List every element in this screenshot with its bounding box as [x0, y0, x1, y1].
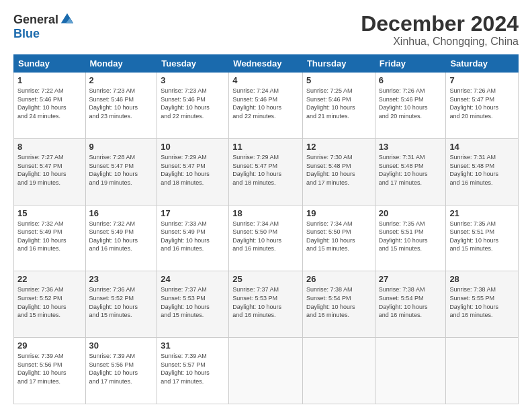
calendar-cell: 3Sunrise: 7:23 AM Sunset: 5:46 PM Daylig… [157, 73, 229, 139]
calendar-cell: 14Sunrise: 7:31 AM Sunset: 5:48 PM Dayli… [446, 138, 519, 205]
day-info: Sunrise: 7:31 AM Sunset: 5:48 PM Dayligh… [379, 153, 443, 187]
day-info: Sunrise: 7:34 AM Sunset: 5:50 PM Dayligh… [232, 220, 299, 253]
day-info: Sunrise: 7:39 AM Sunset: 5:57 PM Dayligh… [161, 352, 225, 385]
day-info: Sunrise: 7:37 AM Sunset: 5:53 PM Dayligh… [232, 285, 299, 319]
day-number: 29 [17, 340, 82, 351]
calendar-cell: 19Sunrise: 7:34 AM Sunset: 5:50 PM Dayli… [302, 205, 375, 271]
day-info: Sunrise: 7:30 AM Sunset: 5:48 PM Dayligh… [306, 153, 371, 187]
calendar-cell: 4Sunrise: 7:24 AM Sunset: 5:46 PM Daylig… [229, 73, 303, 139]
day-number: 15 [17, 208, 82, 218]
calendar-cell: 15Sunrise: 7:32 AM Sunset: 5:49 PM Dayli… [14, 205, 86, 271]
calendar-cell: 5Sunrise: 7:25 AM Sunset: 5:46 PM Daylig… [302, 73, 375, 139]
calendar-cell: 20Sunrise: 7:35 AM Sunset: 5:51 PM Dayli… [375, 205, 446, 271]
col-monday: Monday [85, 55, 157, 73]
logo-icon [60, 12, 75, 27]
day-number: 14 [449, 142, 515, 152]
day-number: 30 [89, 340, 154, 351]
calendar-cell [302, 338, 375, 404]
logo: General Blue [13, 12, 75, 41]
col-sunday: Sunday [14, 55, 86, 73]
col-friday: Friday [375, 55, 446, 73]
day-info: Sunrise: 7:27 AM Sunset: 5:47 PM Dayligh… [17, 153, 82, 187]
day-number: 21 [449, 208, 515, 218]
day-number: 12 [306, 142, 371, 152]
day-number: 2 [89, 75, 154, 85]
day-info: Sunrise: 7:26 AM Sunset: 5:46 PM Dayligh… [379, 87, 443, 120]
calendar-cell: 9Sunrise: 7:28 AM Sunset: 5:47 PM Daylig… [85, 138, 157, 205]
calendar-week-row: 22Sunrise: 7:36 AM Sunset: 5:52 PM Dayli… [14, 271, 519, 338]
day-number: 13 [379, 142, 443, 152]
day-number: 23 [89, 274, 154, 284]
day-number: 6 [379, 75, 443, 85]
logo-blue-text: Blue [13, 27, 40, 41]
day-number: 25 [232, 274, 299, 284]
calendar-cell: 1Sunrise: 7:22 AM Sunset: 5:46 PM Daylig… [14, 73, 86, 139]
calendar-week-row: 29Sunrise: 7:39 AM Sunset: 5:56 PM Dayli… [14, 338, 519, 404]
day-info: Sunrise: 7:26 AM Sunset: 5:47 PM Dayligh… [449, 87, 515, 120]
calendar-week-row: 8Sunrise: 7:27 AM Sunset: 5:47 PM Daylig… [14, 138, 519, 205]
calendar-cell: 11Sunrise: 7:29 AM Sunset: 5:47 PM Dayli… [229, 138, 303, 205]
day-info: Sunrise: 7:29 AM Sunset: 5:47 PM Dayligh… [232, 153, 299, 187]
day-number: 18 [232, 208, 299, 218]
calendar-cell: 24Sunrise: 7:37 AM Sunset: 5:53 PM Dayli… [157, 271, 229, 338]
calendar-cell: 2Sunrise: 7:23 AM Sunset: 5:46 PM Daylig… [85, 73, 157, 139]
day-info: Sunrise: 7:36 AM Sunset: 5:52 PM Dayligh… [17, 285, 82, 319]
calendar-cell: 31Sunrise: 7:39 AM Sunset: 5:57 PM Dayli… [157, 338, 229, 404]
day-number: 3 [161, 75, 225, 85]
calendar-cell: 25Sunrise: 7:37 AM Sunset: 5:53 PM Dayli… [229, 271, 303, 338]
calendar-cell: 13Sunrise: 7:31 AM Sunset: 5:48 PM Dayli… [375, 138, 446, 205]
day-info: Sunrise: 7:38 AM Sunset: 5:55 PM Dayligh… [449, 285, 515, 319]
header: General Blue December 2024 Xinhua, Chong… [13, 12, 519, 48]
day-info: Sunrise: 7:23 AM Sunset: 5:46 PM Dayligh… [89, 87, 154, 120]
day-number: 11 [232, 142, 299, 152]
calendar-cell: 12Sunrise: 7:30 AM Sunset: 5:48 PM Dayli… [302, 138, 375, 205]
month-title: December 2024 [361, 12, 519, 36]
page: General Blue December 2024 Xinhua, Chong… [0, 0, 532, 411]
calendar-cell: 22Sunrise: 7:36 AM Sunset: 5:52 PM Dayli… [14, 271, 86, 338]
calendar-cell: 8Sunrise: 7:27 AM Sunset: 5:47 PM Daylig… [14, 138, 86, 205]
day-info: Sunrise: 7:28 AM Sunset: 5:47 PM Dayligh… [89, 153, 154, 187]
day-number: 26 [306, 274, 371, 284]
calendar-week-row: 1Sunrise: 7:22 AM Sunset: 5:46 PM Daylig… [14, 73, 519, 139]
calendar-cell: 6Sunrise: 7:26 AM Sunset: 5:46 PM Daylig… [375, 73, 446, 139]
calendar-cell: 23Sunrise: 7:36 AM Sunset: 5:52 PM Dayli… [85, 271, 157, 338]
day-info: Sunrise: 7:25 AM Sunset: 5:46 PM Dayligh… [306, 87, 371, 120]
day-number: 19 [306, 208, 371, 218]
day-info: Sunrise: 7:35 AM Sunset: 5:51 PM Dayligh… [379, 220, 443, 253]
calendar-cell: 17Sunrise: 7:33 AM Sunset: 5:49 PM Dayli… [157, 205, 229, 271]
day-info: Sunrise: 7:39 AM Sunset: 5:56 PM Dayligh… [89, 352, 154, 385]
day-number: 27 [379, 274, 443, 284]
day-number: 28 [449, 274, 515, 284]
day-number: 22 [17, 274, 82, 284]
calendar-cell: 10Sunrise: 7:29 AM Sunset: 5:47 PM Dayli… [157, 138, 229, 205]
calendar-week-row: 15Sunrise: 7:32 AM Sunset: 5:49 PM Dayli… [14, 205, 519, 271]
day-number: 4 [232, 75, 299, 85]
day-number: 8 [17, 142, 82, 152]
day-info: Sunrise: 7:38 AM Sunset: 5:54 PM Dayligh… [379, 285, 443, 319]
logo-general-text: General [13, 13, 58, 27]
calendar-cell: 7Sunrise: 7:26 AM Sunset: 5:47 PM Daylig… [446, 73, 519, 139]
day-info: Sunrise: 7:39 AM Sunset: 5:56 PM Dayligh… [17, 352, 82, 385]
calendar-cell: 16Sunrise: 7:32 AM Sunset: 5:49 PM Dayli… [85, 205, 157, 271]
day-number: 24 [161, 274, 225, 284]
day-info: Sunrise: 7:33 AM Sunset: 5:49 PM Dayligh… [161, 220, 225, 253]
calendar-cell: 26Sunrise: 7:38 AM Sunset: 5:54 PM Dayli… [302, 271, 375, 338]
day-number: 31 [161, 340, 225, 351]
calendar-cell: 21Sunrise: 7:35 AM Sunset: 5:51 PM Dayli… [446, 205, 519, 271]
day-info: Sunrise: 7:24 AM Sunset: 5:46 PM Dayligh… [232, 87, 299, 120]
day-info: Sunrise: 7:32 AM Sunset: 5:49 PM Dayligh… [17, 220, 82, 253]
day-info: Sunrise: 7:36 AM Sunset: 5:52 PM Dayligh… [89, 285, 154, 319]
day-info: Sunrise: 7:37 AM Sunset: 5:53 PM Dayligh… [161, 285, 225, 319]
day-info: Sunrise: 7:34 AM Sunset: 5:50 PM Dayligh… [306, 220, 371, 253]
calendar-cell: 29Sunrise: 7:39 AM Sunset: 5:56 PM Dayli… [14, 338, 86, 404]
day-info: Sunrise: 7:35 AM Sunset: 5:51 PM Dayligh… [449, 220, 515, 253]
day-number: 17 [161, 208, 225, 218]
col-wednesday: Wednesday [229, 55, 303, 73]
day-info: Sunrise: 7:31 AM Sunset: 5:48 PM Dayligh… [449, 153, 515, 187]
calendar-cell: 28Sunrise: 7:38 AM Sunset: 5:55 PM Dayli… [446, 271, 519, 338]
calendar-cell: 18Sunrise: 7:34 AM Sunset: 5:50 PM Dayli… [229, 205, 303, 271]
day-info: Sunrise: 7:23 AM Sunset: 5:46 PM Dayligh… [161, 87, 225, 120]
location-title: Xinhua, Chongqing, China [361, 36, 519, 48]
day-number: 5 [306, 75, 371, 85]
calendar-cell [229, 338, 303, 404]
